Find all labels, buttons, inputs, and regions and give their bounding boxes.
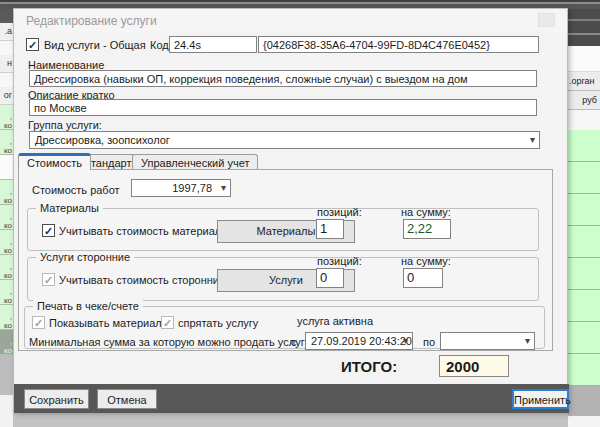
materials-positions-label: позиций:: [317, 206, 362, 218]
from-label: с: [291, 336, 297, 348]
table-row: [568, 354, 600, 386]
background-spacer: [0, 73, 13, 87]
min-sum-label: Минимальная сумма за которую можно прода…: [29, 336, 310, 348]
service-active-label: услуга активна: [297, 315, 373, 327]
table-header-cell: .орган: [568, 72, 600, 91]
work-cost-value: 1997,78: [172, 182, 212, 194]
total-value: 2000: [439, 355, 509, 377]
background-toolbar-left: [0, 9, 13, 23]
screen: .a н ог , ко , ко , ко , ко , ко , ко , …: [0, 0, 600, 427]
table-header-cell: руб: [568, 91, 600, 110]
group-label: Группа услуги:: [28, 119, 102, 131]
table-row: , ко: [0, 205, 13, 230]
service-type-checkbox[interactable]: [26, 38, 39, 51]
hide-service-label: спрятать услугу: [178, 317, 258, 329]
tab-management[interactable]: Управленческий учет: [132, 154, 258, 170]
materials-sum-label: на сумму:: [401, 206, 451, 218]
table-row: , ко: [0, 280, 13, 305]
service-type-label: Вид услуги - Общая: [44, 39, 146, 51]
work-cost-label: Стоимость работ: [32, 184, 120, 196]
table-row: , ко: [0, 130, 13, 155]
tab-cost[interactable]: Стоимость: [18, 153, 91, 170]
save-button[interactable]: Сохранить: [24, 389, 89, 409]
background-gray-area: [0, 355, 13, 395]
background-text-fragment: .a: [0, 23, 13, 41]
materials-positions-value: 1: [316, 219, 344, 239]
materials-group-title: Материалы: [36, 202, 103, 214]
external-sum-label: на сумму:: [401, 255, 451, 267]
external-sum-value: 0: [403, 268, 443, 288]
dialog-title: Редактирование услуги: [26, 14, 157, 28]
dialog-footer: Сохранить Отмена Применить: [14, 384, 569, 413]
background-spacer: [568, 110, 600, 130]
dialog-titlebar[interactable]: Редактирование услуги: [14, 9, 567, 32]
name-input[interactable]: Дрессировка (навыки ОП, коррекция поведе…: [29, 70, 537, 87]
background-gray-area: [568, 386, 600, 416]
table-row: [568, 322, 600, 354]
external-services-group-title: Услуги сторонние: [36, 251, 134, 263]
background-spacer: [0, 41, 13, 55]
table-row: , ко: [0, 330, 13, 355]
date-to-select[interactable]: ▾: [440, 332, 535, 350]
chevron-down-icon: ▾: [525, 335, 530, 346]
chevron-down-icon: ▾: [403, 335, 408, 346]
table-row: , ко: [0, 105, 13, 130]
background-spacer: [568, 46, 600, 72]
date-from-value: 27.09.2019 20:43:20: [311, 335, 412, 347]
materials-cost-checkbox[interactable]: [42, 224, 55, 237]
table-row: , ко: [0, 305, 13, 330]
cost-tab-panel: Стоимость работ 1997,78 ▾ Материалы Учит…: [18, 169, 553, 351]
table-row: [568, 194, 600, 226]
cancel-button[interactable]: Отмена: [97, 389, 157, 409]
materials-cost-checkbox-label: Учитывать стоимость материалов: [59, 225, 233, 237]
work-cost-select[interactable]: 1997,78 ▾: [131, 179, 231, 197]
external-services-checkbox[interactable]: [42, 273, 55, 286]
table-row: [568, 258, 600, 290]
show-materials-checkbox[interactable]: [32, 316, 45, 329]
background-table-left: .a н ог , ко , ко , ко , ко , ко , ко , …: [0, 9, 13, 427]
show-materials-label: Показывать материалы: [49, 317, 170, 329]
table-row: , ко: [0, 230, 13, 255]
table-row: [568, 162, 600, 194]
close-button[interactable]: [538, 13, 555, 27]
guid-input[interactable]: {04268F38-35A6-4704-99FD-8D4C476E0452}: [258, 36, 539, 53]
total-label: ИТОГО:: [341, 358, 397, 375]
to-label: по: [423, 336, 435, 348]
edit-service-dialog: Редактирование услуги Вид услуги - Общая…: [13, 8, 568, 412]
code-label: Код: [150, 39, 169, 51]
apply-button[interactable]: Применить: [512, 389, 569, 409]
table-row: [568, 226, 600, 258]
table-row: [568, 290, 600, 322]
hide-service-checkbox[interactable]: [161, 316, 174, 329]
background-text-fragment: н: [0, 55, 13, 73]
external-positions-value: 0: [316, 268, 344, 288]
table-row: [0, 155, 13, 180]
background-table-right: .орган руб: [568, 9, 600, 427]
group-select-value: Дрессировка, зоопсихолог: [35, 134, 170, 146]
background-text-fragment: ог: [0, 87, 13, 105]
code-input[interactable]: 24.4s: [169, 36, 257, 53]
print-group-title: Печать в чеке/счете: [33, 300, 143, 312]
short-desc-input[interactable]: по Москве: [29, 99, 537, 116]
materials-sum-value: 2,22: [403, 219, 451, 239]
chevron-down-icon: ▾: [221, 182, 226, 193]
table-row: , ко: [0, 255, 13, 280]
group-select[interactable]: Дрессировка, зоопсихолог ▾: [29, 131, 540, 149]
chevron-down-icon: ▾: [530, 134, 535, 145]
external-positions-label: позиций:: [317, 255, 362, 267]
date-from-select[interactable]: 27.09.2019 20:43:20 ▾: [305, 332, 413, 350]
background-toolbar-right: [568, 9, 600, 46]
table-row: , ко: [0, 180, 13, 205]
table-row: [568, 130, 600, 162]
